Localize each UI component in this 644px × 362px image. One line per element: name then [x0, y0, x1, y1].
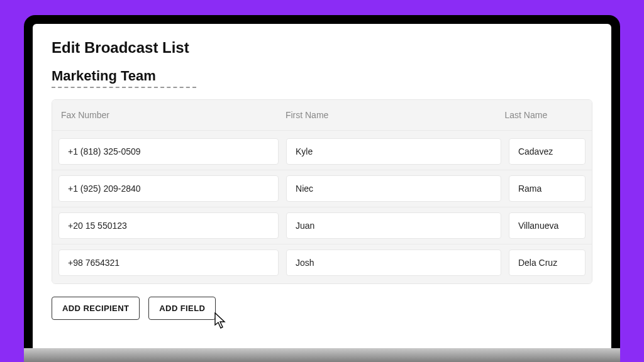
table-header: Fax Number First Name Last Name: [52, 100, 592, 130]
action-buttons: ADD RECIPIENT ADD FIELD: [52, 297, 592, 320]
table-row: [52, 170, 592, 207]
fax-input[interactable]: [58, 212, 279, 239]
first-name-input[interactable]: [286, 250, 501, 276]
col-header-first: First Name: [286, 110, 505, 120]
recipients-table: Fax Number First Name Last Name: [52, 99, 592, 284]
app-screen: Edit Broadcast List Fax Number First Nam…: [33, 24, 611, 362]
table-row: [52, 130, 592, 170]
first-name-input[interactable]: [286, 175, 501, 202]
list-name-wrap: [52, 68, 196, 88]
page-title: Edit Broadcast List: [52, 39, 592, 57]
col-header-fax: Fax Number: [61, 110, 286, 120]
last-name-input[interactable]: [509, 212, 586, 239]
add-field-button[interactable]: ADD FIELD: [148, 297, 216, 320]
last-name-input[interactable]: [509, 138, 586, 165]
fax-input[interactable]: [58, 138, 279, 165]
first-name-input[interactable]: [286, 212, 501, 239]
device-base: [24, 348, 620, 362]
table-row: [52, 207, 592, 244]
table-body: [52, 130, 592, 283]
add-recipient-button[interactable]: ADD RECIPIENT: [52, 297, 140, 320]
last-name-input[interactable]: [509, 250, 586, 276]
list-name-input[interactable]: [52, 68, 196, 84]
cursor-icon: [214, 312, 228, 330]
fax-input[interactable]: [58, 250, 279, 276]
device-frame: Edit Broadcast List Fax Number First Nam…: [24, 15, 620, 362]
col-header-last: Last Name: [504, 110, 583, 120]
last-name-input[interactable]: [509, 175, 586, 202]
table-row: [52, 244, 592, 283]
fax-input[interactable]: [58, 175, 279, 202]
first-name-input[interactable]: [286, 138, 501, 165]
